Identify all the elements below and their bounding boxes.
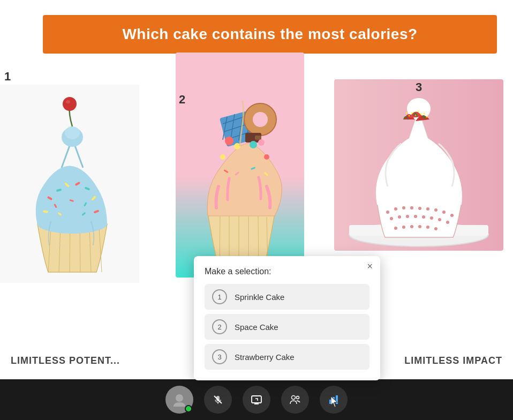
option-1-label: Sprinkle Cake [235, 292, 284, 302]
svg-point-60 [410, 206, 413, 209]
people-button[interactable] [281, 386, 309, 414]
svg-point-63 [434, 208, 437, 212]
svg-point-97 [297, 396, 299, 399]
mic-icon [212, 393, 224, 406]
option-3-label: Strawberry Cake [235, 352, 295, 362]
svg-rect-100 [336, 395, 338, 404]
bottom-toolbar [0, 379, 513, 420]
svg-rect-93 [252, 396, 261, 403]
avatar-icon [171, 392, 187, 408]
cake-2-frame: 2 [176, 52, 304, 278]
option-1-number: 1 [212, 289, 227, 304]
svg-point-9 [65, 126, 80, 139]
svg-rect-98 [329, 400, 331, 404]
cake-3-image [334, 79, 503, 251]
cake-3-frame: 3 [334, 79, 503, 251]
svg-point-68 [406, 215, 409, 218]
popup-option-1[interactable]: 1 Sprinkle Cake [205, 284, 369, 310]
svg-point-64 [442, 211, 446, 214]
svg-point-69 [414, 215, 417, 218]
svg-point-75 [402, 226, 405, 229]
svg-point-46 [250, 141, 257, 148]
svg-point-10 [63, 97, 77, 111]
svg-point-67 [398, 215, 401, 219]
cake-2-number: 2 [179, 93, 185, 107]
bottom-right-text: LIMITLESS IMPACT [404, 355, 502, 366]
svg-rect-99 [333, 397, 335, 404]
svg-point-49 [264, 154, 269, 160]
svg-point-88 [426, 116, 428, 118]
svg-point-76 [410, 225, 413, 228]
svg-point-73 [446, 221, 449, 224]
svg-point-87 [424, 113, 425, 115]
popup-title: Make a selection: [205, 267, 369, 276]
option-3-number: 3 [212, 349, 227, 364]
question-text: Which cake contains the most calories? [122, 26, 417, 43]
screen-share-button[interactable] [243, 386, 270, 414]
option-2-number: 2 [212, 319, 227, 334]
svg-point-72 [438, 218, 441, 221]
svg-point-59 [402, 206, 405, 209]
svg-point-85 [420, 114, 422, 115]
svg-point-58 [394, 207, 397, 211]
svg-point-71 [430, 216, 433, 220]
option-2-label: Space Cake [235, 322, 278, 332]
mic-button[interactable] [204, 386, 232, 414]
svg-point-84 [418, 111, 419, 112]
question-banner: Which cake contains the most calories? [43, 15, 497, 54]
selection-popup: × Make a selection: 1 Sprinkle Cake 2 Sp… [194, 256, 380, 380]
bottom-left-text: LIMITLESS POTENT... [11, 355, 120, 366]
popup-option-2[interactable]: 2 Space Cake [205, 314, 369, 340]
svg-point-81 [409, 115, 410, 117]
screen-share-icon [250, 393, 263, 406]
svg-point-48 [220, 154, 225, 160]
online-status-dot [185, 405, 192, 412]
svg-point-70 [422, 215, 425, 219]
svg-point-11 [66, 100, 70, 103]
svg-point-77 [418, 225, 421, 228]
svg-point-44 [225, 137, 233, 145]
svg-point-41 [253, 112, 268, 127]
svg-point-66 [390, 217, 393, 220]
svg-rect-43 [255, 136, 261, 140]
popup-option-3[interactable]: 3 Strawberry Cake [205, 344, 369, 370]
popup-close-button[interactable]: × [367, 261, 373, 271]
avatar-button[interactable] [165, 386, 193, 414]
cake-1-image [0, 85, 139, 283]
chart-icon [327, 393, 340, 406]
svg-point-83 [406, 112, 408, 114]
svg-point-78 [426, 226, 429, 229]
svg-point-61 [418, 207, 421, 210]
svg-point-57 [386, 211, 389, 214]
svg-point-62 [426, 207, 429, 211]
svg-point-79 [434, 227, 437, 230]
chart-button[interactable] [320, 386, 348, 414]
svg-point-89 [176, 394, 183, 402]
svg-point-74 [394, 227, 397, 230]
svg-point-82 [411, 112, 413, 114]
people-icon [289, 393, 301, 406]
cake-2-image [176, 52, 304, 278]
cake-1-frame: 1 [0, 85, 139, 283]
cake-3-number: 3 [416, 80, 422, 94]
svg-point-96 [292, 396, 296, 400]
cake-1-number: 1 [4, 70, 11, 84]
svg-point-65 [450, 214, 454, 217]
svg-point-47 [258, 139, 265, 146]
